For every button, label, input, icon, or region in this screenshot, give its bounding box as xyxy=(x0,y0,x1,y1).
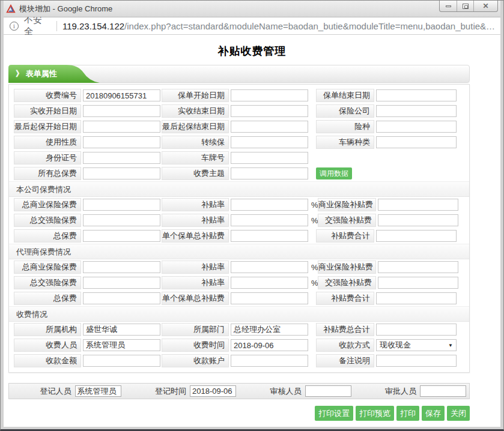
charge-subject-input[interactable] xyxy=(231,167,308,179)
received-amount-label: 收款金额 xyxy=(14,354,81,367)
actual-received-end-date-label: 实收结束日期 xyxy=(162,104,229,118)
info-circle-icon[interactable]: i xyxy=(10,22,19,31)
plate-number-input[interactable] xyxy=(231,152,308,164)
register-person-label: 登记人员 xyxy=(9,386,75,397)
agent-compulsory-subsidy-rate-input[interactable] xyxy=(231,277,308,289)
form-row: 收费人员收费时间收款方式现收现金▼ xyxy=(14,337,464,353)
agent-compulsory-premium-input[interactable] xyxy=(83,277,160,289)
charge-subject-label: 收费主题 xyxy=(162,167,229,180)
agent-commercial-subsidy-fee-label: 商业保险补贴费 xyxy=(318,261,376,274)
form-row: 总保费单个保单总补贴费补贴费合计 xyxy=(14,228,464,244)
url-text: 119.23.154.122/index.php?act=standard&mo… xyxy=(62,21,494,31)
plate-number-label: 车牌号 xyxy=(162,151,229,164)
agent-commercial-subsidy-fee-input[interactable] xyxy=(378,261,458,273)
payment-method-label: 收款方式 xyxy=(316,339,374,352)
received-amount-input[interactable] xyxy=(83,355,160,367)
company-commercial-subsidy-fee-label: 商业保险补贴费 xyxy=(318,198,376,211)
section-header: 本公司保费情况 xyxy=(9,181,469,197)
insurance-company-input[interactable] xyxy=(376,105,457,117)
policy-end-date-label: 保单结束日期 xyxy=(316,89,374,102)
minimize-button[interactable] xyxy=(440,1,457,11)
tab-bar: 》 表单属性 xyxy=(8,65,470,83)
company-compulsory-premium-label: 总交强险保费 xyxy=(14,214,81,227)
agent-commercial-subsidy-rate-input[interactable] xyxy=(231,261,308,273)
total-premium-all-label: 所有总保费 xyxy=(14,167,81,180)
load-data-button[interactable]: 调用数据 xyxy=(316,167,352,179)
agent-total-premium-input[interactable] xyxy=(83,292,160,304)
footer-field: 审批人员 xyxy=(354,384,470,399)
policy-start-date-input[interactable] xyxy=(231,89,308,101)
insurance-type-input[interactable] xyxy=(376,121,457,133)
url-path: /index.php?act=standard&moduleName=baoda… xyxy=(124,21,494,31)
company-compulsory-premium-input[interactable] xyxy=(83,214,160,226)
total-premium-all-input[interactable] xyxy=(83,167,160,179)
last-insure-end-date-input[interactable] xyxy=(231,121,308,133)
tab-label: 》 表单属性 xyxy=(16,65,57,83)
browser-window: 模块增加 - Google Chrome ✕ i 不安全 119.23.154.… xyxy=(0,0,504,431)
company-compulsory-subsidy-rate-input[interactable] xyxy=(231,214,308,226)
form-row: 所有总保费收费主题调用数据 xyxy=(14,166,464,181)
save-button[interactable]: 保存 xyxy=(422,406,445,421)
id-card-number-input[interactable] xyxy=(83,152,160,164)
charge-time-input[interactable] xyxy=(231,339,308,351)
print-settings-button[interactable]: 打印设置 xyxy=(315,406,353,421)
agent-commercial-premium-label: 总商业保险保费 xyxy=(14,261,81,274)
policy-start-date-label: 保单开始日期 xyxy=(162,89,229,102)
receiving-account-input[interactable] xyxy=(231,355,308,367)
maximize-button[interactable] xyxy=(457,1,473,11)
subsidy-grand-total-input[interactable] xyxy=(376,324,457,336)
form-body: 收费编号保单开始日期保单结束日期实收开始日期实收结束日期保险公司最后起保开始日期… xyxy=(8,84,470,373)
register-person-input[interactable] xyxy=(75,385,121,397)
last-insure-start-date-input[interactable] xyxy=(83,121,160,133)
actual-received-start-date-input[interactable] xyxy=(83,105,160,117)
organization-input[interactable] xyxy=(83,324,160,336)
form-row: 总交强险保费补贴率%交强险补贴费 xyxy=(14,212,464,228)
department-input[interactable] xyxy=(231,324,308,336)
page-title: 补贴收费管理 xyxy=(4,44,500,58)
charge-number-input[interactable] xyxy=(83,89,160,101)
insurance-type-label: 险种 xyxy=(316,120,374,133)
company-single-policy-subsidy-input[interactable] xyxy=(231,230,308,242)
company-total-premium-input[interactable] xyxy=(83,230,160,242)
print-preview-button[interactable]: 打印预览 xyxy=(356,406,394,421)
agent-compulsory-subsidy-fee-input[interactable] xyxy=(378,277,458,289)
register-time-input[interactable] xyxy=(190,385,236,397)
payment-method-select[interactable]: 现收现金▼ xyxy=(376,339,457,351)
reviewer-input[interactable] xyxy=(305,385,351,397)
approver-input[interactable] xyxy=(420,385,466,397)
company-subsidy-total-label: 补贴费合计 xyxy=(316,229,374,243)
usage-nature-input[interactable] xyxy=(83,136,160,148)
vehicle-category-input[interactable] xyxy=(376,136,457,148)
company-commercial-subsidy-rate-label: 补贴率 xyxy=(162,198,229,211)
charge-person-input[interactable] xyxy=(83,339,160,351)
renewal-input[interactable] xyxy=(231,136,308,148)
remarks-input[interactable] xyxy=(376,355,457,367)
form-row: 收费编号保单开始日期保单结束日期 xyxy=(14,88,464,103)
company-subsidy-total-input[interactable] xyxy=(376,230,457,242)
company-commercial-premium-input[interactable] xyxy=(83,199,160,211)
agent-total-premium-label: 总保费 xyxy=(14,292,81,305)
last-insure-end-date-label: 最后起保结束日期 xyxy=(162,120,229,133)
vehicle-category-label: 车辆种类 xyxy=(316,136,374,149)
agent-single-policy-subsidy-input[interactable] xyxy=(231,292,308,304)
agent-subsidy-total-label: 补贴费合计 xyxy=(316,292,374,305)
form-row: 总商业保险保费补贴率%商业保险补贴费 xyxy=(14,197,464,212)
policy-end-date-input[interactable] xyxy=(376,89,457,101)
agent-commercial-premium-input[interactable] xyxy=(83,261,160,273)
register-time-label: 登记时间 xyxy=(124,386,190,397)
tab-form-properties[interactable]: 》 表单属性 xyxy=(8,65,100,83)
company-compulsory-subsidy-fee-label: 交强险补贴费 xyxy=(318,214,376,227)
close-window-button[interactable]: ✕ xyxy=(473,1,497,11)
company-commercial-subsidy-rate-input[interactable] xyxy=(231,199,308,211)
url-host: 119.23.154.122 xyxy=(62,21,124,31)
actual-received-end-date-input[interactable] xyxy=(231,105,308,117)
tab-chevron-icon: 》 xyxy=(16,69,23,78)
agent-subsidy-total-input[interactable] xyxy=(376,292,457,304)
company-commercial-subsidy-fee-input[interactable] xyxy=(378,199,458,211)
caret-down-icon: ▼ xyxy=(448,343,453,348)
company-compulsory-subsidy-fee-input[interactable] xyxy=(378,214,458,226)
print-button[interactable]: 打印 xyxy=(396,406,419,421)
approver-label: 审批人员 xyxy=(354,386,421,397)
form-row: 收款金额收款账户备注说明 xyxy=(14,353,464,369)
close-button[interactable]: 关闭 xyxy=(447,406,470,421)
